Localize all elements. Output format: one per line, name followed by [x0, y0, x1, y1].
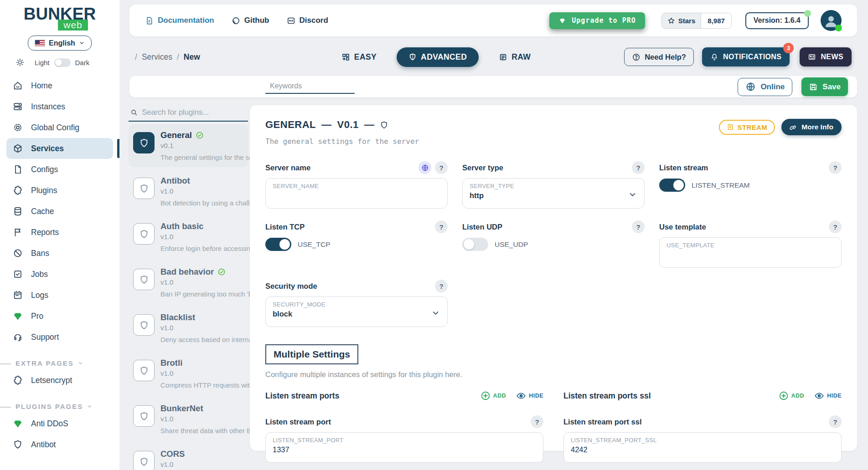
sidebar-item-bans[interactable]: Bans — [6, 243, 113, 264]
server-type-select[interactable]: SERVER_TYPE http — [462, 178, 645, 209]
plugin-item-blacklist[interactable]: Blacklist v1.0 Deny access based on inte… — [129, 307, 248, 349]
sidebar-item-label: Anti DDoS — [31, 419, 68, 429]
documentation-link[interactable]: Documentation — [145, 16, 214, 25]
shield-icon — [133, 405, 155, 427]
listen-udp-toggle[interactable] — [462, 238, 488, 251]
plugin-item-auth-basic[interactable]: Auth basic v1.0 Enforce login before acc… — [129, 215, 248, 258]
notifications-button[interactable]: NOTIFICATIONS 3 — [702, 47, 790, 66]
document-icon — [145, 16, 154, 25]
plugin-detail-panel: GENERAL — V0.1 — The general settings fo… — [250, 105, 857, 451]
theme-toggle[interactable] — [54, 58, 71, 67]
sidebar-item-pro[interactable]: Pro — [6, 306, 113, 327]
listen-tcp-toggle[interactable] — [265, 238, 291, 251]
listen-stream-port-ssl-input[interactable] — [571, 445, 834, 454]
help-tooltip-icon[interactable]: ? — [435, 280, 448, 292]
plugin-name: BunkerNet — [160, 404, 203, 414]
multisite-globe-icon[interactable] — [418, 161, 431, 174]
need-help-button[interactable]: Need Help? — [624, 48, 694, 66]
plugin-item-antibot[interactable]: Antibot v1.0 Bot detection by using a ch… — [129, 170, 248, 213]
security-mode-value: block — [273, 310, 440, 318]
tab-easy[interactable]: EASY — [341, 52, 377, 62]
plugin-item-brotli[interactable]: Brotli v1.0 Compress HTTP requests with … — [129, 352, 248, 395]
news-button[interactable]: NEWS — [800, 47, 852, 66]
language-label: English — [49, 39, 75, 47]
setting-key: SERVER_TYPE — [470, 183, 637, 189]
tab-advanced-label: ADVANCED — [421, 52, 467, 62]
server-name-input[interactable] — [273, 191, 440, 200]
plugin-name: General — [160, 130, 192, 140]
security-mode-select[interactable]: SECURITY_MODE block — [265, 296, 448, 327]
hide-button[interactable]: HIDE — [516, 391, 543, 401]
use-template-box: USE_TEMPLATE — [659, 237, 842, 268]
stream-badge: STREAM — [719, 120, 775, 135]
sidebar-item-anti-ddos[interactable]: Anti DDoS — [6, 413, 113, 434]
hide-button[interactable]: HIDE — [814, 391, 842, 401]
plugin-version: v1.0 — [160, 460, 258, 468]
keywords-input[interactable] — [265, 80, 355, 94]
file-icon — [13, 164, 24, 174]
github-stars-widget[interactable]: Stars 8,987 — [661, 13, 732, 29]
sidebar: BUNKER web English Light Dark Home Insta… — [0, 0, 119, 470]
user-avatar[interactable] — [821, 10, 842, 31]
breadcrumb-services[interactable]: Services — [142, 52, 172, 62]
plugin-description: Deny access based on internal ... — [160, 336, 262, 343]
sidebar-item-logs[interactable]: Logs — [6, 285, 113, 306]
listen-stream-port-input[interactable] — [273, 445, 536, 454]
sidebar-item-configs[interactable]: Configs — [6, 159, 113, 180]
plugin-name: Auth basic — [160, 221, 204, 231]
online-button[interactable]: Online — [738, 78, 792, 96]
use-template-input[interactable] — [666, 250, 834, 259]
plugin-item-bunkernet[interactable]: BunkerNet v1.0 Share threat data with ot… — [129, 398, 248, 440]
extra-pages-section[interactable]: EXTRA PAGES — [16, 359, 119, 367]
plugin-item-cors[interactable]: CORS v1.0 Cross-Origin Resource Sharing. — [129, 443, 248, 470]
plugins-pages-section[interactable]: PLUGINS PAGES — [16, 403, 119, 410]
plugin-description: Enforce login before accessing ... — [160, 245, 262, 252]
plugin-item-bad-behavior[interactable]: Bad behavior v1.0 Ban IP generating too … — [129, 261, 248, 304]
upgrade-to-pro-button[interactable]: Upgrade to PRO — [549, 12, 645, 29]
plugin-description: Bot detection by using a challen... — [160, 199, 263, 207]
language-select[interactable]: English — [28, 36, 92, 51]
sidebar-item-plugins[interactable]: Plugins — [6, 180, 113, 201]
online-label: Online — [760, 82, 785, 92]
help-tooltip-icon[interactable]: ? — [435, 220, 448, 233]
chevron-down-icon — [87, 404, 93, 409]
github-link[interactable]: Github — [232, 16, 269, 25]
sidebar-item-letsencrypt[interactable]: Letsencrypt — [6, 370, 113, 391]
tab-advanced[interactable]: ADVANCED — [397, 47, 479, 67]
sidebar-item-label: Antibot — [31, 440, 56, 450]
add-button[interactable]: ADD — [779, 391, 805, 401]
shield-icon — [380, 121, 388, 129]
field-label: Listen TCP — [265, 223, 305, 231]
plugins-pages-label: PLUGINS PAGES — [16, 403, 83, 410]
sidebar-item-jobs[interactable]: Jobs — [6, 264, 113, 285]
tab-raw[interactable]: RAW — [499, 52, 531, 62]
sidebar-item-instances[interactable]: Instances — [6, 96, 113, 117]
sidebar-item-reports[interactable]: Reports — [6, 222, 113, 243]
discord-link[interactable]: Discord — [287, 16, 328, 25]
plugin-item-general[interactable]: General v0.1 The general settings for th… — [129, 124, 248, 167]
sidebar-nav: Home Instances Global Config Services Co… — [0, 75, 119, 455]
version-label: Version: 1.6.4 — [754, 16, 801, 25]
version-status-dot — [804, 10, 811, 17]
help-tooltip-icon[interactable]: ? — [829, 220, 842, 233]
sidebar-item-antibot[interactable]: Antibot — [6, 434, 113, 455]
plugin-search-input[interactable] — [142, 108, 246, 117]
sidebar-item-services[interactable]: Services — [6, 138, 113, 159]
save-button[interactable]: Save — [801, 77, 848, 96]
sidebar-item-support[interactable]: Support — [6, 327, 113, 347]
sidebar-item-global-config[interactable]: Global Config — [6, 117, 113, 138]
help-tooltip-icon[interactable]: ? — [632, 220, 645, 233]
sidebar-item-cache[interactable]: Cache — [6, 201, 113, 222]
sidebar-item-home[interactable]: Home — [6, 75, 113, 96]
add-button[interactable]: ADD — [480, 391, 506, 401]
plugin-search — [129, 105, 248, 122]
sidebar-item-label: Cache — [31, 207, 54, 216]
help-tooltip-icon[interactable]: ? — [531, 415, 543, 428]
more-info-button[interactable]: More Info — [781, 119, 842, 135]
help-tooltip-icon[interactable]: ? — [829, 415, 842, 428]
help-tooltip-icon[interactable]: ? — [632, 161, 645, 174]
sidebar-item-label: Bans — [31, 249, 49, 258]
help-tooltip-icon[interactable]: ? — [829, 161, 842, 174]
listen-stream-toggle[interactable] — [659, 179, 685, 192]
help-tooltip-icon[interactable]: ? — [435, 161, 448, 174]
